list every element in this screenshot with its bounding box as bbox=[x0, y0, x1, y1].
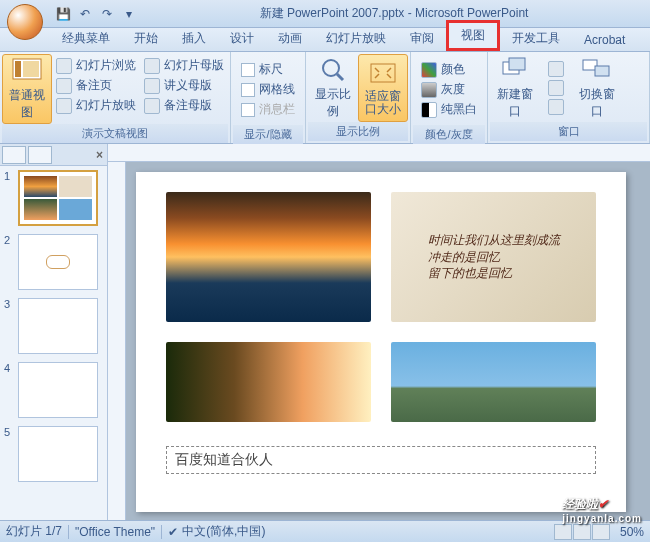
svg-rect-5 bbox=[371, 64, 395, 82]
switch-windows-button[interactable]: 切换窗口 bbox=[572, 54, 622, 122]
new-window-icon bbox=[499, 56, 531, 84]
tab-design[interactable]: 设计 bbox=[218, 26, 266, 51]
slide-canvas[interactable]: 时间让我们从这里刻成流 冲走的是回忆 留下的也是回忆 百度知道合伙人 bbox=[136, 172, 626, 512]
notes-page-button[interactable]: 备注页 bbox=[54, 76, 138, 95]
handout-master-button[interactable]: 讲义母版 bbox=[142, 76, 226, 95]
group-window: 新建窗口 切换窗口 窗口 bbox=[488, 52, 650, 143]
group-label: 窗口 bbox=[490, 122, 647, 141]
cascade-button[interactable] bbox=[546, 79, 566, 97]
split-icon bbox=[548, 99, 564, 115]
svg-point-3 bbox=[323, 60, 339, 76]
grayscale-button[interactable]: 灰度 bbox=[419, 80, 479, 99]
theme-name: "Office Theme" bbox=[75, 525, 155, 539]
picture-sunset[interactable] bbox=[166, 192, 371, 322]
gridlines-checkbox[interactable]: 网格线 bbox=[239, 80, 297, 99]
ruler-horizontal bbox=[108, 144, 650, 162]
picture-island[interactable] bbox=[391, 342, 596, 422]
svg-rect-7 bbox=[509, 58, 525, 70]
switch-windows-icon bbox=[581, 56, 613, 84]
ruler-checkbox[interactable]: 标尺 bbox=[239, 60, 297, 79]
qat-dropdown-icon[interactable]: ▾ bbox=[120, 5, 138, 23]
svg-rect-2 bbox=[23, 61, 39, 77]
slide-master-button[interactable]: 幻灯片母版 bbox=[142, 56, 226, 75]
group-label: 演示文稿视图 bbox=[2, 124, 228, 143]
close-icon[interactable]: × bbox=[96, 148, 103, 162]
group-label: 显示比例 bbox=[308, 122, 408, 141]
view-buttons bbox=[554, 524, 610, 540]
svg-rect-9 bbox=[595, 66, 609, 76]
normal-view-btn[interactable] bbox=[554, 524, 572, 540]
color-button[interactable]: 颜色 bbox=[419, 60, 479, 79]
undo-icon[interactable]: ↶ bbox=[76, 5, 94, 23]
zoom-icon bbox=[317, 56, 349, 84]
group-presentation-views: 普通视图 幻灯片浏览 备注页 幻灯片放映 幻灯片母版 讲义母版 备注母版 演示文… bbox=[0, 52, 231, 143]
thumbnail[interactable]: 2 bbox=[4, 234, 103, 290]
picture-bokeh[interactable] bbox=[166, 342, 371, 422]
slideshow-button[interactable]: 幻灯片放映 bbox=[54, 96, 138, 115]
tab-classic[interactable]: 经典菜单 bbox=[50, 26, 122, 51]
fit-window-icon bbox=[367, 60, 399, 88]
tab-slideshow[interactable]: 幻灯片放映 bbox=[314, 26, 398, 51]
quick-access-toolbar: 💾 ↶ ↷ ▾ bbox=[54, 5, 138, 23]
slides-tab[interactable] bbox=[2, 146, 26, 164]
tab-review[interactable]: 审阅 bbox=[398, 26, 446, 51]
slides-panel: × 1 2 3 4 5 bbox=[0, 144, 108, 520]
work-area: × 1 2 3 4 5 bbox=[0, 144, 650, 520]
tab-developer[interactable]: 开发工具 bbox=[500, 26, 572, 51]
group-zoom: 显示比例 适应窗口大小 显示比例 bbox=[306, 52, 411, 143]
spell-icon[interactable]: ✔ bbox=[168, 525, 178, 539]
panel-tabs: × bbox=[0, 144, 107, 166]
save-icon[interactable]: 💾 bbox=[54, 5, 72, 23]
tab-view[interactable]: 视图 bbox=[446, 20, 500, 51]
slideshow-view-btn[interactable] bbox=[592, 524, 610, 540]
new-window-button[interactable]: 新建窗口 bbox=[490, 54, 540, 122]
bw-icon bbox=[421, 102, 437, 118]
status-bar: 幻灯片 1/7 "Office Theme" ✔ 中文(简体,中国) 50% bbox=[0, 520, 650, 542]
group-label: 显示/隐藏 bbox=[233, 125, 303, 144]
window-title: 新建 PowerPoint 2007.pptx - Microsoft Powe… bbox=[138, 5, 650, 22]
group-color-grayscale: 颜色 灰度 纯黑白 颜色/灰度 bbox=[411, 52, 488, 143]
ribbon: 普通视图 幻灯片浏览 备注页 幻灯片放映 幻灯片母版 讲义母版 备注母版 演示文… bbox=[0, 52, 650, 144]
office-button[interactable] bbox=[0, 0, 42, 28]
notes-icon bbox=[56, 78, 72, 94]
redo-icon[interactable]: ↷ bbox=[98, 5, 116, 23]
thumbnail[interactable]: 4 bbox=[4, 362, 103, 418]
textbox[interactable]: 百度知道合伙人 bbox=[166, 446, 596, 474]
slide-sorter-button[interactable]: 幻灯片浏览 bbox=[54, 56, 138, 75]
normal-view-button[interactable]: 普通视图 bbox=[2, 54, 52, 124]
tab-animation[interactable]: 动画 bbox=[266, 26, 314, 51]
checkbox-icon bbox=[241, 63, 255, 77]
group-label: 颜色/灰度 bbox=[413, 125, 485, 144]
slide-sorter-icon bbox=[56, 58, 72, 74]
arrange-button[interactable] bbox=[546, 60, 566, 78]
sorter-view-btn[interactable] bbox=[573, 524, 591, 540]
ruler-vertical bbox=[108, 162, 126, 520]
checkbox-icon bbox=[241, 103, 255, 117]
messagebar-checkbox[interactable]: 消息栏 bbox=[239, 100, 297, 119]
thumbnail[interactable]: 3 bbox=[4, 298, 103, 354]
zoom-button[interactable]: 显示比例 bbox=[308, 54, 358, 122]
blackwhite-button[interactable]: 纯黑白 bbox=[419, 100, 479, 119]
notes-master-icon bbox=[144, 98, 160, 114]
color-icon bbox=[421, 62, 437, 78]
handout-master-icon bbox=[144, 78, 160, 94]
zoom-level[interactable]: 50% bbox=[620, 525, 644, 539]
thumbnail[interactable]: 5 bbox=[4, 426, 103, 482]
outline-tab[interactable] bbox=[28, 146, 52, 164]
tab-acrobat[interactable]: Acrobat bbox=[572, 29, 637, 51]
notes-master-button[interactable]: 备注母版 bbox=[142, 96, 226, 115]
svg-rect-1 bbox=[15, 61, 21, 77]
split-button[interactable] bbox=[546, 98, 566, 116]
svg-line-4 bbox=[337, 74, 343, 80]
cascade-icon bbox=[548, 80, 564, 96]
tab-insert[interactable]: 插入 bbox=[170, 26, 218, 51]
ribbon-tabs: 经典菜单 开始 插入 设计 动画 幻灯片放映 审阅 视图 开发工具 Acroba… bbox=[0, 28, 650, 52]
fit-window-button[interactable]: 适应窗口大小 bbox=[358, 54, 408, 122]
slideshow-icon bbox=[56, 98, 72, 114]
language[interactable]: 中文(简体,中国) bbox=[182, 523, 265, 540]
tab-home[interactable]: 开始 bbox=[122, 26, 170, 51]
thumbnail[interactable]: 1 bbox=[4, 170, 103, 226]
picture-note[interactable]: 时间让我们从这里刻成流 冲走的是回忆 留下的也是回忆 bbox=[391, 192, 596, 322]
thumbnails: 1 2 3 4 5 bbox=[0, 166, 107, 494]
grayscale-icon bbox=[421, 82, 437, 98]
